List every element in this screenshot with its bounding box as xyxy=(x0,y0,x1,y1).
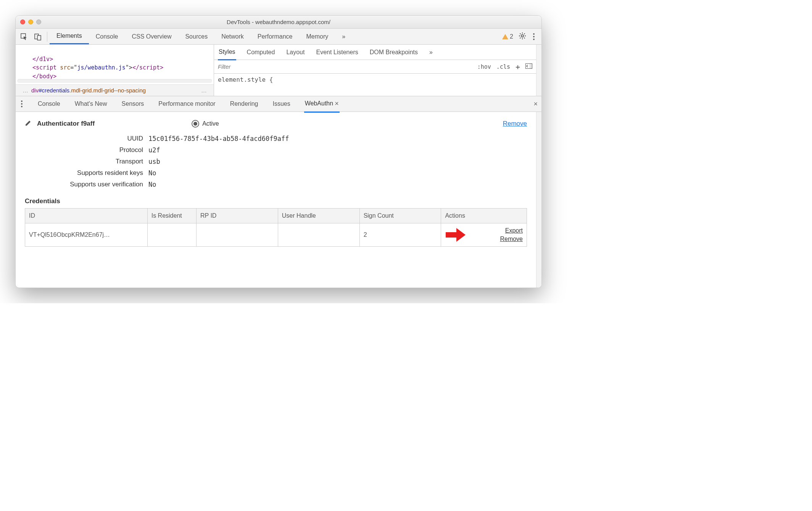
close-tab-webauthn-icon[interactable]: × xyxy=(335,100,339,108)
hov-toggle[interactable]: :hov xyxy=(477,63,491,70)
window-title: DevTools - webauthndemo.appspot.com/ xyxy=(16,19,541,25)
authenticator-properties: UUID 15c01f56-785f-43b4-ab58-4facd60f9af… xyxy=(48,135,527,188)
code-line-2a: <script xyxy=(32,64,60,71)
table-header-row: ID Is Resident RP ID User Handle Sign Co… xyxy=(25,209,527,223)
authenticator-header: Authenticator f9aff Active Remove xyxy=(25,120,527,128)
warnings-badge[interactable]: 2 xyxy=(502,33,513,40)
drawer-tab-webauthn-label: WebAuthn xyxy=(305,100,333,107)
styles-pane: Styles Computed Layout Event Listeners D… xyxy=(214,45,536,96)
cell-actions: Export Remove xyxy=(441,223,527,247)
main-tab-strip: Elements Console CSS Overview Sources Ne… xyxy=(50,29,352,44)
kebab-menu-icon[interactable] xyxy=(532,33,536,40)
highlight-arrow-icon xyxy=(446,228,466,242)
prop-userver-label: Supports user verification xyxy=(48,181,143,188)
active-label: Active xyxy=(202,120,219,127)
drawer-tab-strip: Console What's New Sensors Performance m… xyxy=(16,96,541,112)
col-sign-count: Sign Count xyxy=(359,209,441,223)
right-scrollbar[interactable] xyxy=(536,45,541,96)
drawer-tab-whats-new[interactable]: What's New xyxy=(74,97,108,111)
code-line-1: </d1v> xyxy=(32,56,53,63)
col-user-handle: User Handle xyxy=(278,209,359,223)
breadcrumb-tag: div xyxy=(31,87,39,94)
warning-icon xyxy=(502,34,508,39)
panel-scrollbar[interactable] xyxy=(536,112,541,288)
subtab-styles[interactable]: Styles xyxy=(218,45,236,60)
element-style-block[interactable]: element.style { xyxy=(214,74,536,86)
col-actions: Actions xyxy=(441,209,527,223)
drawer-tab-webauthn[interactable]: WebAuthn × xyxy=(304,96,340,113)
subtab-computed[interactable]: Computed xyxy=(246,45,276,60)
cell-rp-id xyxy=(197,223,278,247)
prop-userver-value: No xyxy=(148,181,156,188)
credentials-heading: Credentials xyxy=(25,197,527,205)
inspect-icon[interactable] xyxy=(19,32,29,41)
drawer-tab-rendering[interactable]: Rendering xyxy=(229,97,259,111)
breadcrumb-classes: .mdl-grid.mdl-grid--no-spacing xyxy=(69,87,146,94)
warning-count: 2 xyxy=(510,33,513,40)
credentials-table: ID Is Resident RP ID User Handle Sign Co… xyxy=(25,208,527,247)
code-line-2f: </script> xyxy=(132,64,163,71)
tab-memory[interactable]: Memory xyxy=(299,29,335,44)
export-credential-link[interactable]: Export xyxy=(505,227,523,234)
tab-css-overview[interactable]: CSS Overview xyxy=(125,29,178,44)
col-is-resident: Is Resident xyxy=(147,209,196,223)
cell-user-handle xyxy=(278,223,359,247)
svg-point-3 xyxy=(521,35,524,37)
tab-console[interactable]: Console xyxy=(89,29,125,44)
settings-gear-icon[interactable] xyxy=(519,32,526,41)
table-row: VT+Ql516ObcpKRM2En67j… 2 Export Remove xyxy=(25,223,527,247)
drawer-menu-icon[interactable] xyxy=(19,100,24,107)
devtools-window: DevTools - webauthndemo.appspot.com/ Ele… xyxy=(15,15,542,288)
prop-transport-value: usb xyxy=(148,158,160,165)
device-toggle-icon[interactable] xyxy=(33,32,42,41)
subtab-layout[interactable]: Layout xyxy=(285,45,305,60)
code-line-2e: "> xyxy=(126,64,132,71)
styles-filter-input[interactable] xyxy=(214,61,474,72)
prop-uuid-label: UUID xyxy=(48,135,143,142)
drawer-tab-console[interactable]: Console xyxy=(37,97,61,111)
svg-rect-5 xyxy=(530,63,532,68)
styles-tab-strip: Styles Computed Layout Event Listeners D… xyxy=(214,45,536,60)
cell-is-resident xyxy=(147,223,196,247)
cls-toggle[interactable]: .cls xyxy=(496,63,510,70)
subtab-event-listeners[interactable]: Event Listeners xyxy=(315,45,359,60)
subtabs-overflow[interactable]: » xyxy=(429,45,433,60)
remove-authenticator-link[interactable]: Remove xyxy=(503,120,527,128)
elements-split: </d1v> <script src="js/webauthn.js"></sc… xyxy=(16,45,541,96)
cell-id: VT+Ql516ObcpKRM2En67j… xyxy=(25,223,148,247)
toggle-sidebar-icon[interactable] xyxy=(525,63,532,70)
authenticator-name: Authenticator f9aff xyxy=(37,120,95,128)
drawer-tab-performance-monitor[interactable]: Performance monitor xyxy=(158,97,216,111)
drawer-tab-issues[interactable]: Issues xyxy=(272,97,291,111)
svg-rect-2 xyxy=(37,36,41,40)
new-rule-button[interactable]: + xyxy=(516,62,520,71)
edit-icon[interactable] xyxy=(25,120,32,128)
close-drawer-icon[interactable]: × xyxy=(533,100,538,108)
tab-elements[interactable]: Elements xyxy=(50,29,89,44)
active-radio[interactable]: Active xyxy=(192,120,219,128)
radio-icon xyxy=(192,120,199,128)
remove-credential-link[interactable]: Remove xyxy=(500,236,523,243)
main-toolbar: Elements Console CSS Overview Sources Ne… xyxy=(16,29,541,45)
subtab-dom-breakpoints[interactable]: DOM Breakpoints xyxy=(369,45,419,60)
drawer-tab-sensors[interactable]: Sensors xyxy=(121,97,145,111)
breadcrumb-pre-ellipsis[interactable]: … xyxy=(19,87,31,94)
dom-source[interactable]: </d1v> <script src="js/webauthn.js"></sc… xyxy=(16,45,214,79)
prop-transport-label: Transport xyxy=(48,158,143,165)
titlebar: DevTools - webauthndemo.appspot.com/ xyxy=(16,16,541,29)
code-line-2c: =" xyxy=(70,64,77,71)
breadcrumb[interactable]: … div#credentials.mdl-grid.mdl-grid--no-… xyxy=(16,84,214,96)
tab-performance[interactable]: Performance xyxy=(251,29,300,44)
breadcrumb-post-ellipsis[interactable]: … xyxy=(198,87,210,94)
horizontal-scrollbar[interactable] xyxy=(17,79,212,83)
prop-protocol-value: u2f xyxy=(148,146,160,154)
webauthn-panel: Authenticator f9aff Active Remove UUID 1… xyxy=(16,112,536,288)
prop-protocol-label: Protocol xyxy=(48,146,143,154)
code-line-2d: js/webauthn.js xyxy=(77,64,125,71)
prop-uuid-value: 15c01f56-785f-43b4-ab58-4facd60f9aff xyxy=(148,135,289,142)
tab-sources[interactable]: Sources xyxy=(178,29,214,44)
tabs-overflow[interactable]: » xyxy=(335,29,352,44)
col-rp-id: RP ID xyxy=(197,209,278,223)
cell-sign-count: 2 xyxy=(359,223,441,247)
tab-network[interactable]: Network xyxy=(214,29,251,44)
